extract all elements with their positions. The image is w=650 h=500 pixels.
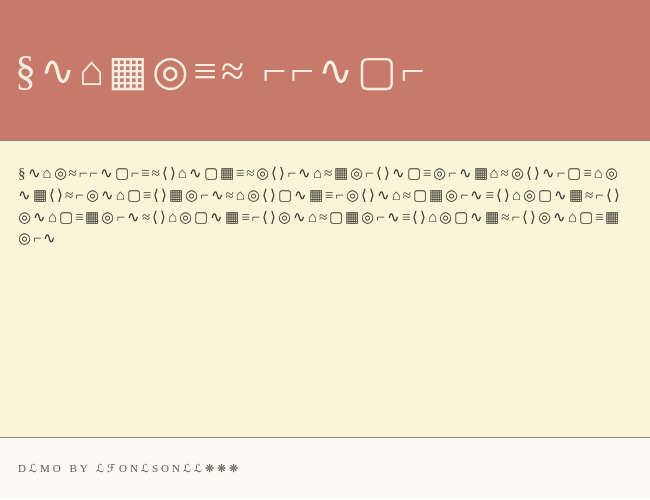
credit-text: DℒMO BY ℒℱONℒSONℒℒ❋❋❋ — [18, 462, 241, 475]
font-title-display: §∿⌂▦◎≡≈ ⌐⌐∿▢⌐ — [15, 46, 429, 95]
footer-bar: DℒMO BY ℒℱONℒSONℒℒ❋❋❋ — [0, 438, 650, 498]
sample-area: §∿⌂◎≈⌐⌐∿▢⌐≡≈⟨⟩⌂∿▢▦≡≈◎⟨⟩⌐∿⌂≈▦◎⌐⟨⟩∿▢≡◎⌐∿▦⌂… — [0, 140, 650, 438]
header-banner: §∿⌂▦◎≡≈ ⌐⌐∿▢⌐ — [0, 0, 650, 140]
font-sample-text: §∿⌂◎≈⌐⌐∿▢⌐≡≈⟨⟩⌂∿▢▦≡≈◎⟨⟩⌐∿⌂≈▦◎⌐⟨⟩∿▢≡◎⌐∿▦⌂… — [18, 163, 632, 250]
